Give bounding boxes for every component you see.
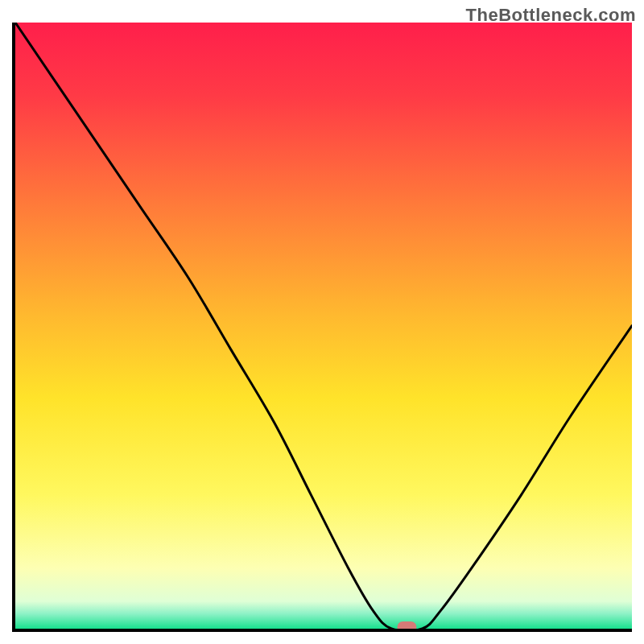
gradient-background (15, 23, 632, 629)
chart-frame: TheBottleneck.com (0, 0, 644, 644)
bottleneck-chart-svg (12, 23, 632, 632)
plot-area (12, 23, 632, 632)
watermark-text: TheBottleneck.com (466, 5, 636, 26)
